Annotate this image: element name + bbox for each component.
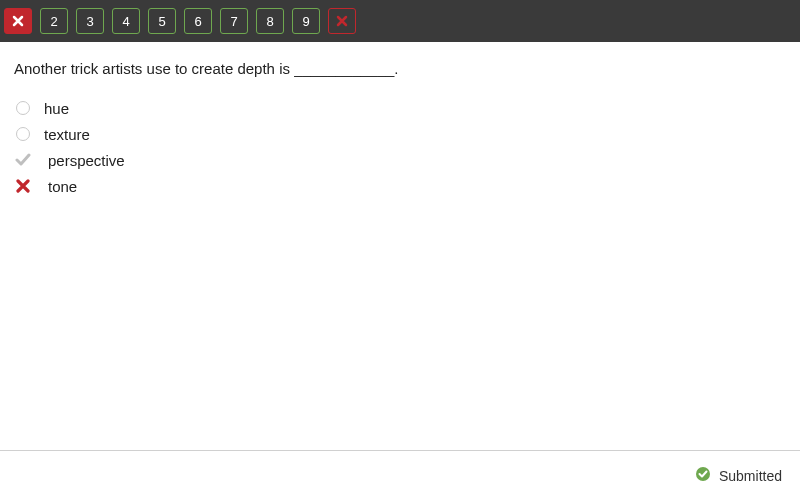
option-label: perspective xyxy=(44,152,125,169)
nav-item-label: 6 xyxy=(194,14,201,29)
nav-item-5[interactable]: 5 xyxy=(148,8,176,34)
radio-empty-icon xyxy=(14,99,32,117)
nav-item-6[interactable]: 6 xyxy=(184,8,212,34)
option-2[interactable]: texture xyxy=(14,125,786,143)
nav-item-label: 2 xyxy=(50,14,57,29)
nav-item-label: 7 xyxy=(230,14,237,29)
option-label: hue xyxy=(44,100,69,117)
nav-item-label: 5 xyxy=(158,14,165,29)
footer-bar: Submitted xyxy=(0,450,800,500)
option-label: tone xyxy=(44,178,77,195)
question-text: Another trick artists use to create dept… xyxy=(14,60,786,77)
nav-item-8[interactable]: 8 xyxy=(256,8,284,34)
nav-item-label: 9 xyxy=(302,14,309,29)
option-3[interactable]: perspective xyxy=(14,151,786,169)
x-icon xyxy=(14,177,32,195)
option-label: texture xyxy=(44,126,90,143)
option-4[interactable]: tone xyxy=(14,177,786,195)
options-list: hue texture perspective tone xyxy=(14,99,786,195)
nav-item-label: 3 xyxy=(86,14,93,29)
success-icon xyxy=(695,466,711,485)
nav-item-7[interactable]: 7 xyxy=(220,8,248,34)
x-icon xyxy=(336,15,348,27)
option-1[interactable]: hue xyxy=(14,99,786,117)
nav-item-4[interactable]: 4 xyxy=(112,8,140,34)
nav-item-9[interactable]: 9 xyxy=(292,8,320,34)
question-navbar: 2 3 4 5 6 7 8 9 xyxy=(0,0,800,42)
radio-empty-icon xyxy=(14,125,32,143)
nav-item-2[interactable]: 2 xyxy=(40,8,68,34)
nav-item-1[interactable] xyxy=(4,8,32,34)
x-icon xyxy=(12,15,24,27)
question-content: Another trick artists use to create dept… xyxy=(0,42,800,450)
nav-item-label: 8 xyxy=(266,14,273,29)
nav-item-label: 4 xyxy=(122,14,129,29)
check-icon xyxy=(14,151,32,169)
nav-item-3[interactable]: 3 xyxy=(76,8,104,34)
nav-item-10[interactable] xyxy=(328,8,356,34)
status-label: Submitted xyxy=(719,468,782,484)
